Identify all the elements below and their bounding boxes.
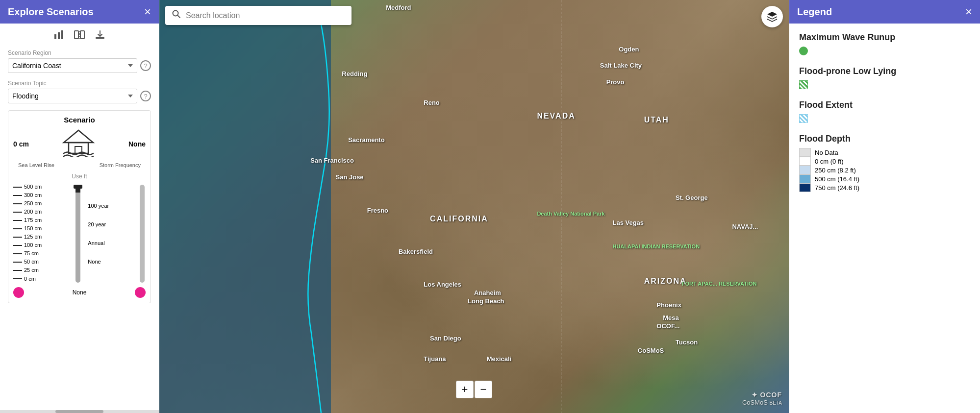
- tick-line: [13, 220, 22, 221]
- right-circle-dot: [135, 287, 146, 298]
- legend-flood-prone-item: [799, 80, 970, 89]
- sliders-area: 500 cm300 cm250 cm200 cm175 cm150 cm125 …: [13, 183, 146, 283]
- search-bar: [165, 6, 352, 25]
- scenario-region-label: Scenario Region: [8, 49, 151, 56]
- flood-depth-label: 0 cm (0 ft): [815, 158, 844, 165]
- legend-close-button[interactable]: ×: [965, 5, 972, 19]
- scenario-region-help-button[interactable]: ?: [140, 60, 151, 71]
- search-icon: [172, 10, 181, 21]
- left-panel-close-button[interactable]: ×: [144, 5, 151, 19]
- legend-flood-depth-title: Flood Depth: [799, 134, 970, 144]
- use-ft-label: Use ft: [13, 173, 146, 180]
- scroll-indicator: [0, 410, 159, 413]
- right-panel: Legend × Maximum Wave Runup Flood-prone …: [789, 0, 980, 413]
- svg-line-12: [177, 15, 180, 18]
- watermark-cosmos: CoSMoS BETA: [742, 399, 782, 406]
- legend-title: Legend: [797, 6, 832, 18]
- legend-flood-extent-item: [799, 114, 970, 123]
- tick-label: 200 cm: [24, 208, 42, 216]
- tick-label: 300 cm: [24, 191, 42, 199]
- tick-line: [13, 253, 22, 254]
- flood-depth-color-row: 250 cm (8.2 ft): [799, 166, 970, 174]
- watermark: ✦ OCOF CoSMoS BETA: [742, 391, 782, 406]
- sea-level-rise-value: 0 cm: [13, 140, 29, 148]
- scenario-region-row: California Coast ?: [8, 58, 151, 73]
- scenario-topic-label: Scenario Topic: [8, 80, 151, 87]
- zoom-in-button[interactable]: +: [456, 381, 474, 398]
- tick-line: [13, 270, 22, 271]
- cm-tick-row: 200 cm: [13, 208, 68, 216]
- scenario-section: Scenario 0 cm: [8, 110, 151, 303]
- tick-line: [13, 203, 22, 204]
- left-panel-title: Explore Scenarios: [8, 6, 94, 18]
- zoom-out-button[interactable]: −: [475, 381, 492, 398]
- right-freq-label: 100 year: [88, 200, 134, 211]
- svg-rect-3: [75, 31, 78, 39]
- right-labels-list: 100 year20 yearAnnualNone: [88, 200, 134, 267]
- storm-frequency-value: None: [128, 140, 146, 148]
- scenario-topic-select[interactable]: Flooding: [8, 89, 137, 103]
- right-freq-label: Annual: [88, 238, 134, 248]
- legend-wave-runup-item: [799, 47, 970, 55]
- circles-row: None: [13, 287, 146, 298]
- left-slider-track[interactable]: [73, 185, 83, 283]
- tick-line: [13, 245, 22, 246]
- map-container[interactable]: MedfordOgdenSalt Lake CityProvoReddingRe…: [159, 0, 789, 413]
- cm-tick-row: 175 cm: [13, 216, 68, 224]
- tick-label: 50 cm: [24, 258, 39, 266]
- cm-tick-row: 50 cm: [13, 258, 68, 266]
- tick-label: 500 cm: [24, 183, 42, 191]
- cm-tick-row: 0 cm: [13, 275, 68, 283]
- cm-tick-row: 125 cm: [13, 233, 68, 241]
- left-panel-body: Scenario Region California Coast ? Scena…: [0, 24, 159, 410]
- tick-label: 0 cm: [24, 275, 36, 283]
- svg-rect-0: [54, 34, 56, 39]
- tick-label: 150 cm: [24, 224, 42, 233]
- cm-tick-row: 500 cm: [13, 183, 68, 191]
- compare-icon-button[interactable]: [74, 29, 85, 43]
- tick-label: 100 cm: [24, 241, 42, 249]
- bar-chart-icon-button[interactable]: [53, 29, 64, 43]
- flood-depth-color-row: 750 cm (24.6 ft): [799, 183, 970, 192]
- scenario-region-select[interactable]: California Coast: [8, 58, 137, 73]
- svg-rect-8: [69, 143, 88, 153]
- flood-depth-color-row: No Data: [799, 148, 970, 157]
- legend-wave-runup-section: Maximum Wave Runup: [799, 32, 970, 55]
- download-icon-button[interactable]: [95, 29, 105, 43]
- none-label-bottom: None: [73, 289, 87, 296]
- panel-icons-row: [8, 29, 151, 43]
- left-panel-header: Explore Scenarios ×: [0, 0, 159, 24]
- legend-flood-depth-section: Flood Depth No Data0 cm (0 ft)250 cm (8.…: [799, 134, 970, 192]
- tick-label: 250 cm: [24, 199, 42, 208]
- tick-line: [13, 187, 22, 188]
- tick-label: 75 cm: [24, 249, 39, 258]
- tick-line: [13, 228, 22, 229]
- flood-depth-label: 500 cm (16.4 ft): [815, 175, 859, 183]
- flood-prone-box: [799, 80, 808, 89]
- flood-depth-color-row: 500 cm (16.4 ft): [799, 174, 970, 183]
- flood-depth-swatch: [799, 148, 811, 157]
- right-labels-col: 100 year20 yearAnnualNone: [88, 183, 134, 283]
- tick-line: [13, 195, 22, 196]
- tick-label: 175 cm: [24, 216, 42, 224]
- layer-button[interactable]: [761, 6, 783, 27]
- flood-depth-label: No Data: [815, 149, 838, 156]
- flood-depth-color-row: 0 cm (0 ft): [799, 157, 970, 166]
- right-slider-track[interactable]: [139, 185, 146, 283]
- right-freq-label: None: [88, 256, 134, 267]
- flood-depth-swatch: [799, 174, 811, 183]
- search-input[interactable]: [186, 11, 345, 20]
- compare-icon: [74, 29, 85, 40]
- svg-rect-6: [96, 37, 104, 39]
- legend-flood-prone-title: Flood-prone Low Lying: [799, 66, 970, 76]
- legend-wave-runup-title: Maximum Wave Runup: [799, 32, 970, 43]
- map-background: MedfordOgdenSalt Lake CityProvoReddingRe…: [159, 0, 789, 413]
- cm-ticks-col: 500 cm300 cm250 cm200 cm175 cm150 cm125 …: [13, 183, 68, 283]
- right-panel-header: Legend ×: [789, 0, 980, 24]
- cm-tick-row: 150 cm: [13, 224, 68, 233]
- cm-tick-row: 75 cm: [13, 249, 68, 258]
- sea-level-rise-label: Sea Level Rise: [18, 162, 54, 168]
- scenario-topic-help-button[interactable]: ?: [140, 91, 151, 101]
- tick-line: [13, 262, 22, 263]
- right-freq-label: [88, 211, 134, 219]
